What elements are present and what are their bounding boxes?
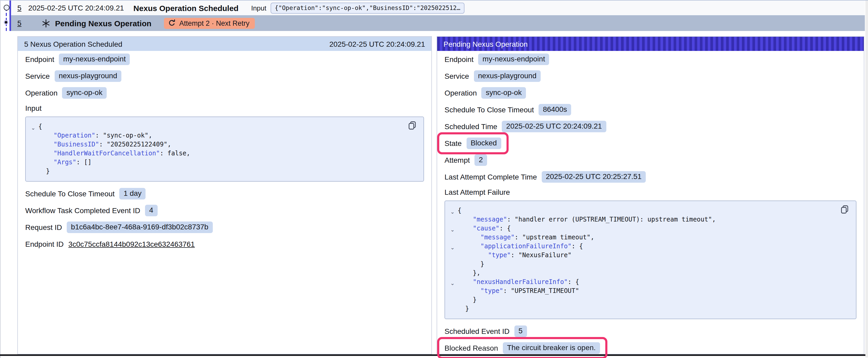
last-attempt-failure-label: Last Attempt Failure [444, 188, 857, 197]
field-label: Endpoint [25, 55, 54, 64]
field-row-operation: Operation sync-op-ok [25, 87, 424, 99]
input-preview-chip: {"Operation":"sync-op-ok","BusinessID":"… [271, 2, 464, 13]
input-inline-label: Input [251, 4, 267, 12]
field-label: Service [444, 72, 469, 80]
collapse-chevron-icon[interactable]: ⌄ [449, 279, 458, 288]
gutter-spacer [30, 159, 38, 168]
timeline-connector [6, 8, 7, 31]
collapse-chevron-icon[interactable]: ⌄ [449, 243, 458, 252]
json-line-text: "message": "handler error (UPSTREAM_TIME… [458, 215, 716, 224]
field-label: State [444, 139, 462, 148]
input-section-label: Input [25, 104, 424, 113]
field-label: Request ID [25, 223, 62, 231]
json-line-text: "HandlerWaitForCancellation": false, [38, 149, 190, 158]
field-row-state: State Blocked [444, 137, 857, 149]
field-value-chip: 2025-02-25 UTC 20:25:27.51 [542, 171, 646, 183]
field-value-chip: nexus-playground [54, 70, 121, 82]
field-value-chip: 1 day [119, 188, 146, 199]
state-value-chip: Blocked [466, 137, 501, 149]
pending-operation-panel: Pending Nexus Operation Endpoint my-nexu… [437, 36, 864, 354]
scheduled-panel-timestamp: 2025-02-25 UTC 20:24:09.21 [330, 40, 425, 48]
json-line: } [30, 167, 417, 176]
field-label: Schedule To Close Timeout [25, 190, 115, 198]
event-id-link[interactable]: 5 [17, 19, 22, 27]
gutter-spacer [30, 132, 38, 141]
json-line-text: } [458, 260, 484, 269]
event-rows: 5 2025-02-25 UTC 20:24:09.21 Nexus Opera… [11, 1, 865, 31]
gutter-spacer [30, 141, 38, 150]
json-line: "type": "NexusFailure" [449, 251, 849, 260]
field-value-chip: sync-op-ok [482, 87, 526, 99]
retry-badge: Attempt 2 · Next Retry [164, 18, 254, 29]
json-line: ⌄ "applicationFailureInfo": { [449, 242, 849, 251]
field-label: Schedule To Close Timeout [444, 105, 534, 114]
field-row-operation: Operation sync-op-ok [444, 87, 857, 99]
json-line-text: "type": "UPSTREAM_TIMEOUT" [458, 287, 579, 296]
json-line: "BusinessID": "20250225122409", [30, 140, 417, 149]
field-row-endpoint: Endpoint my-nexus-endpoint [25, 54, 424, 65]
event-title: Nexus Operation Scheduled [133, 3, 239, 12]
json-line: } [449, 304, 849, 314]
field-row-endpoint-id: Endpoint ID 3c0c75ccfa8144b092c13ce63246… [25, 238, 424, 250]
collapse-chevron-icon[interactable]: ⌄ [30, 123, 38, 132]
json-line: ⌄{ [30, 122, 417, 131]
json-line: } [449, 296, 849, 304]
field-label: Workflow Task Completed Event ID [25, 206, 140, 215]
json-line: ⌄ "nexusHandlerFailureInfo": { [449, 278, 849, 287]
json-line: "Args": [] [30, 158, 417, 167]
pending-panel-header: Pending Nexus Operation [437, 37, 864, 51]
field-value-chip: 2025-02-25 UTC 20:24:09.21 [502, 121, 606, 132]
json-line-text: "BusinessID": "20250225122409", [38, 140, 171, 149]
field-row-endpoint: Endpoint my-nexus-endpoint [444, 54, 857, 65]
gutter-spacer [449, 234, 458, 243]
json-line: ⌄ "cause": { [449, 224, 849, 233]
field-value-chip: 86400s [538, 104, 571, 116]
field-label: Endpoint ID [25, 240, 64, 248]
json-line: "message": "upstream timeout", [449, 233, 849, 242]
field-label: Blocked Reason [444, 344, 498, 352]
retry-icon [168, 20, 176, 27]
scheduled-panel-title: 5 Nexus Operation Scheduled [24, 40, 122, 48]
field-row-attempt: Attempt 2 [444, 154, 857, 166]
copy-button[interactable] [841, 205, 848, 214]
field-row-blocked-reason: Blocked Reason The circuit breaker is op… [444, 342, 857, 354]
input-json-viewer: ⌄{ "Operation": "sync-op-ok", "BusinessI… [25, 117, 424, 182]
left-border [0, 0, 1, 358]
json-line-text: "Args": [] [38, 158, 91, 167]
pending-event-title: Pending Nexus Operation [55, 19, 152, 28]
nexus-asterisk-icon [41, 19, 51, 28]
event-id-link[interactable]: 5 [17, 4, 22, 12]
blocked-reason-chip: The circuit breaker is open. [503, 342, 600, 354]
field-label: Service [25, 72, 50, 80]
json-line: } [449, 260, 849, 269]
event-row-scheduled[interactable]: 5 2025-02-25 UTC 20:24:09.21 Nexus Opera… [11, 1, 865, 15]
field-label: Scheduled Time [444, 122, 497, 131]
field-value-chip: 4 [145, 205, 158, 216]
collapse-chevron-icon[interactable]: ⌄ [449, 207, 458, 216]
copy-button[interactable] [408, 121, 416, 130]
json-line: ⌄{ [449, 206, 849, 215]
json-line: "message": "handler error (UPSTREAM_TIME… [449, 215, 849, 224]
json-line: }, [449, 269, 849, 278]
json-line-text: "type": "NexusFailure" [458, 251, 572, 260]
json-line: "Operation": "sync-op-ok", [30, 131, 417, 140]
event-timestamp: 2025-02-25 UTC 20:24:09.21 [28, 4, 124, 12]
endpoint-id-link[interactable]: 3c0c75ccfa8144b092c13ce632463761 [68, 240, 195, 248]
timeline-marker-filled-icon [4, 20, 8, 25]
json-line-text: "applicationFailureInfo": { [458, 242, 583, 251]
field-value-chip: b1c6a4bc-8ee7-468a-9169-df3b02c8737b [67, 222, 213, 233]
json-line-text: "nexusHandlerFailureInfo": { [458, 278, 579, 287]
gutter-spacer [449, 305, 458, 315]
field-row-schedule-to-close: Schedule To Close Timeout 86400s [444, 104, 857, 116]
scrollbar-track[interactable] [865, 1, 868, 357]
event-row-pending[interactable]: 5 Pending Nexus Operation Attempt 2 · Ne… [11, 15, 865, 31]
json-line-text: "cause": { [458, 224, 511, 233]
json-line-text: }, [458, 269, 480, 278]
scheduled-panel-header: 5 Nexus Operation Scheduled 2025-02-25 U… [18, 37, 431, 51]
field-value-chip: my-nexus-endpoint [478, 54, 549, 65]
event-group-bottom-divider [0, 354, 868, 356]
field-row-wft-completed-id: Workflow Task Completed Event ID 4 [25, 205, 424, 216]
json-line-text: } [458, 296, 476, 304]
collapse-chevron-icon[interactable]: ⌄ [449, 225, 458, 234]
field-value-chip: 5 [515, 325, 527, 337]
